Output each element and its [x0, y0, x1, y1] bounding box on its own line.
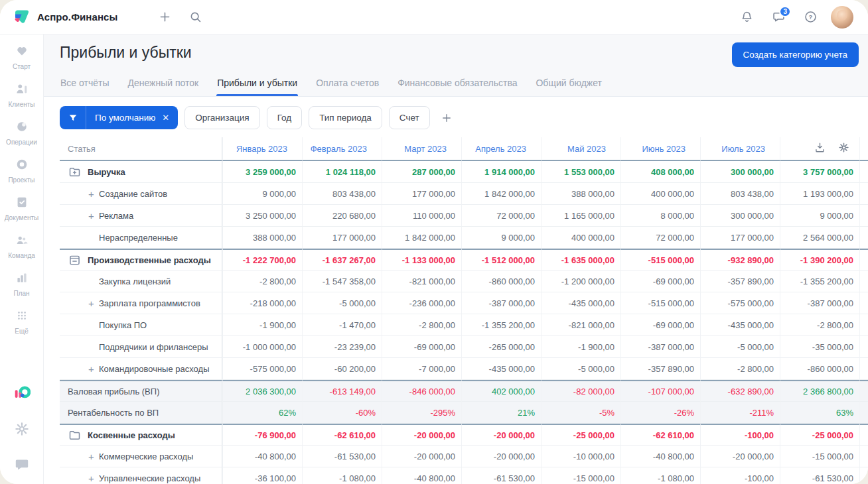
value-cell: -1 900,00: [222, 314, 302, 336]
value-cell: -218 000,00: [222, 292, 302, 314]
value-cell: -60%: [302, 402, 382, 424]
sidebar-item-documents[interactable]: Документы: [2, 195, 42, 221]
header-spacer: [859, 137, 868, 161]
notifications-bell-icon[interactable]: [735, 6, 758, 29]
help-icon[interactable]: ?: [799, 6, 822, 29]
row-label: Реклама: [99, 211, 133, 221]
table-row: Выручка3 259 000,001 024 118,00287 000,0…: [60, 161, 868, 183]
value-cell: -1 390 200,00: [780, 249, 859, 271]
sidebar-item-operations[interactable]: Операции: [2, 119, 42, 146]
column-header-month-4: Апрель 2023: [461, 137, 541, 161]
column-header-month-2: Февраль 2023: [302, 137, 382, 161]
value-cell: -846 000,00: [382, 380, 461, 402]
sidebar-item-more[interactable]: Ещё: [2, 308, 42, 335]
table-row: Производственные расходы-1 222 700,00-1 …: [60, 249, 868, 271]
value-cell: -575 000,00: [222, 358, 302, 380]
folder-plus-icon[interactable]: [68, 165, 82, 179]
messages-badge: 3: [779, 6, 791, 17]
expand-plus-icon[interactable]: +: [86, 363, 97, 375]
tab-general-budget[interactable]: Общий бюджет: [535, 74, 602, 96]
value-cell: 3 250 000,00: [222, 205, 302, 227]
filter-chip-account[interactable]: Счет: [389, 106, 430, 129]
value-cell: -632 890,00: [700, 380, 780, 402]
value-cell: -2 800,00: [700, 358, 780, 380]
row-label-cell: +Реклама: [60, 205, 222, 227]
value-cell: -1 133 000,00: [382, 249, 461, 271]
column-header-month-3: Март 2023: [382, 137, 461, 161]
app-logo-icon: [13, 9, 31, 26]
page-header: Прибыли и убытки Создать категорию учета…: [44, 34, 868, 97]
sidebar-item-start[interactable]: Старт: [2, 44, 42, 70]
row-label-cell: +Управленческие расходы: [60, 467, 222, 484]
support-chat-icon[interactable]: [13, 456, 31, 473]
value-cell: -20 000,00: [461, 446, 541, 467]
settings-gear-icon[interactable]: [13, 420, 31, 438]
row-spacer: [859, 205, 868, 227]
row-label: Коммерческие расходы: [99, 452, 193, 461]
sidebar-item-projects[interactable]: Проекты: [2, 157, 42, 184]
value-cell: -1 547 358,00: [302, 271, 382, 292]
tab-bill-payment[interactable]: Оплата счетов: [315, 74, 380, 96]
value-cell: -357 890,00: [700, 271, 780, 292]
table-settings-gear-icon[interactable]: [837, 141, 850, 156]
tab-profit-loss[interactable]: Прибыли и убытки: [216, 74, 298, 96]
tab-cash-flow[interactable]: Денежный поток: [127, 74, 199, 96]
more-icon: [15, 308, 29, 326]
value-cell: 388 000,00: [541, 183, 620, 205]
sidebar-item-plan[interactable]: План: [2, 271, 42, 297]
tab-financial-obligations[interactable]: Финансовые обязательства: [397, 74, 518, 96]
report-tabs: Все отчётыДенежный потокПрибыли и убытки…: [60, 74, 859, 96]
value-cell: -40 800,00: [382, 467, 461, 484]
row-label-cell: Закупка лицензий: [60, 271, 222, 292]
sidebar-item-label: Проекты: [8, 176, 35, 184]
filter-chip-period-type[interactable]: Тип периода: [309, 106, 382, 129]
filter-chip-close-icon[interactable]: ✕: [161, 113, 178, 123]
table-header-row: СтатьяЯнварь 2023Февраль 2023Март 2023Ап…: [60, 137, 868, 161]
table-row: Закупка лицензий-2 800,00-1 547 358,00-8…: [60, 271, 868, 292]
value-cell: -40 800,00: [222, 446, 302, 467]
row-label: Создание сайтов: [99, 189, 167, 199]
column-header-month-5: Май 2023: [541, 137, 620, 161]
filter-chip-default[interactable]: По умолчанию ✕: [60, 106, 178, 129]
column-header-article: Статья: [60, 137, 222, 161]
expand-plus-icon[interactable]: +: [86, 473, 97, 484]
mini-logo-icon[interactable]: [13, 385, 31, 402]
value-cell: -100,00: [700, 467, 780, 484]
table-row: +Коммерческие расходы-40 800,00-61 530,0…: [60, 446, 868, 467]
panel-minus-icon[interactable]: [68, 253, 82, 267]
row-label-cell: +Создание сайтов: [60, 183, 222, 205]
add-filter-icon[interactable]: [437, 108, 457, 128]
value-cell: 3 259 000,00: [222, 161, 302, 183]
row-spacer: [859, 467, 868, 484]
value-cell: -69 000,00: [620, 314, 700, 336]
plan-icon: [15, 271, 29, 288]
messages-icon[interactable]: 3: [767, 6, 790, 29]
user-avatar[interactable]: [831, 6, 853, 29]
sidebar-item-team[interactable]: Команда: [2, 233, 42, 259]
row-spacer: [859, 249, 868, 271]
row-spacer: [859, 183, 868, 205]
row-spacer: [859, 380, 868, 402]
expand-plus-icon[interactable]: +: [86, 188, 97, 200]
column-header-month-7: Июль 2023: [700, 137, 780, 161]
download-icon[interactable]: [814, 141, 826, 156]
sidebar-item-clients[interactable]: Клиенты: [2, 82, 42, 108]
row-label: Подрядчики и фрилансеры: [99, 342, 208, 352]
expand-plus-icon[interactable]: +: [86, 298, 97, 309]
filter-chip-label: По умолчанию: [86, 113, 161, 123]
value-cell: -860 000,00: [780, 358, 859, 380]
tab-all-reports[interactable]: Все отчёты: [60, 74, 109, 96]
expand-plus-icon[interactable]: +: [86, 451, 97, 462]
filter-chip-year[interactable]: Год: [267, 106, 303, 129]
folder-icon[interactable]: [68, 428, 82, 442]
row-label-cell: Подрядчики и фрилансеры: [60, 336, 222, 358]
expand-plus-icon[interactable]: +: [86, 210, 97, 221]
value-cell: -36 100,00: [222, 467, 302, 484]
value-cell: -387 000,00: [461, 292, 541, 314]
search-icon[interactable]: [184, 6, 206, 29]
filter-chip-organization[interactable]: Организация: [184, 106, 259, 129]
row-label-cell: Нераспределенные: [60, 227, 222, 249]
add-icon[interactable]: [153, 6, 176, 29]
value-cell: -61 530,00: [302, 446, 382, 467]
create-category-button[interactable]: Создать категорию учета: [732, 42, 859, 67]
